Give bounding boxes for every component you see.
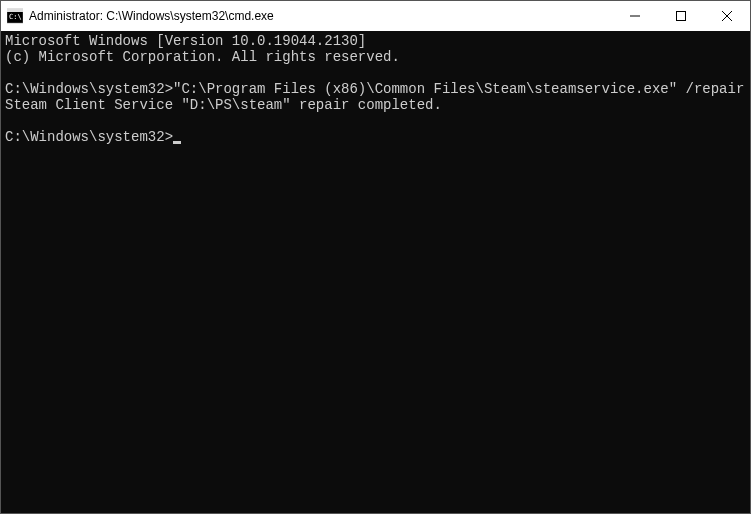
cursor bbox=[173, 141, 181, 144]
window-controls bbox=[612, 1, 750, 31]
svg-text:C:\: C:\ bbox=[9, 13, 22, 21]
prompt: C:\Windows\system32> bbox=[5, 129, 173, 145]
output-line: Steam Client Service "D:\PS\steam" repai… bbox=[5, 97, 442, 113]
close-button[interactable] bbox=[704, 1, 750, 31]
maximize-button[interactable] bbox=[658, 1, 704, 31]
window-title: Administrator: C:\Windows\system32\cmd.e… bbox=[29, 9, 612, 23]
svg-rect-1 bbox=[7, 9, 23, 12]
cmd-window: C:\ Administrator: C:\Windows\system32\c… bbox=[0, 0, 751, 514]
command-text: "C:\Program Files (x86)\Common Files\Ste… bbox=[173, 81, 744, 97]
terminal-output[interactable]: Microsoft Windows [Version 10.0.19044.21… bbox=[1, 31, 750, 513]
header-line: (c) Microsoft Corporation. All rights re… bbox=[5, 49, 400, 65]
cmd-icon: C:\ bbox=[7, 8, 23, 24]
prompt: C:\Windows\system32> bbox=[5, 81, 173, 97]
titlebar[interactable]: C:\ Administrator: C:\Windows\system32\c… bbox=[1, 1, 750, 31]
minimize-button[interactable] bbox=[612, 1, 658, 31]
header-line: Microsoft Windows [Version 10.0.19044.21… bbox=[5, 33, 366, 49]
svg-rect-4 bbox=[677, 12, 686, 21]
